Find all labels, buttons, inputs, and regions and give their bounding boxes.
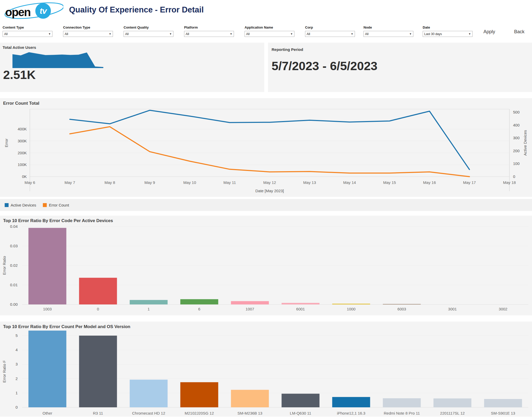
platform-select[interactable]: All▼ xyxy=(184,31,234,37)
right-axis-tick: 200 xyxy=(513,149,520,153)
category-label: R3 11 xyxy=(93,411,103,415)
total-active-users-value: 2.51K xyxy=(3,68,36,82)
filter-label: Node xyxy=(363,25,415,29)
chevron-down-icon: ▼ xyxy=(169,32,172,35)
left-axis-tick: 100K xyxy=(18,162,27,167)
bar-other[interactable] xyxy=(29,331,66,407)
chevron-down-icon: ▼ xyxy=(48,32,51,35)
filter-content-quality: Content Quality All▼ xyxy=(124,25,176,37)
corp-select[interactable]: All▼ xyxy=(305,31,355,37)
category-label: 3002 xyxy=(499,307,507,311)
legend-item-active-devices[interactable]: Active Devices xyxy=(5,203,36,207)
chevron-down-icon: ▼ xyxy=(351,32,353,35)
filter-label: Platform xyxy=(184,25,236,29)
application-name-select[interactable]: All▼ xyxy=(245,31,294,37)
filter-corp: Corp All▼ xyxy=(305,25,357,37)
selected-value: All xyxy=(186,32,189,36)
bar-sm-s901e-13[interactable] xyxy=(484,399,522,407)
bar-sm-m236b-13[interactable] xyxy=(231,390,269,407)
right-axis-tick: 400 xyxy=(513,123,520,127)
logo-tv-circle: tv xyxy=(35,3,51,19)
y-axis-tick: 1 xyxy=(16,391,18,395)
legend-label: Error Count xyxy=(49,203,69,207)
category-label: 6003 xyxy=(398,307,406,311)
y-axis-tick: 3 xyxy=(16,362,18,366)
logo-text-tv: tv xyxy=(40,6,46,16)
sparkline-area xyxy=(12,52,103,68)
left-axis-tick: 0K xyxy=(22,174,27,179)
bar-0[interactable] xyxy=(79,278,117,304)
x-axis-tick: May 15 xyxy=(383,180,396,185)
x-axis-tick: May 10 xyxy=(183,180,196,185)
bar-r3-11[interactable] xyxy=(79,336,117,407)
opentv-logo: open tv xyxy=(4,2,63,20)
left-axis-tick: 300K xyxy=(18,139,27,143)
y-axis-tick: 0.01 xyxy=(10,283,18,287)
filter-label: Connection Type xyxy=(63,25,115,29)
total-active-users-card: Total Active Users 2.51K xyxy=(0,43,264,92)
reporting-period-card: Reporting Period 5/7/2023 - 6/5/2023 xyxy=(268,43,532,92)
bar-6001[interactable] xyxy=(282,303,320,304)
category-label: 6001 xyxy=(296,307,305,311)
content-quality-select[interactable]: All▼ xyxy=(124,31,173,37)
filter-label: Date xyxy=(423,25,475,29)
x-axis-tick: May 12 xyxy=(263,180,276,185)
filter-label: Application Name xyxy=(245,25,297,29)
category-label: 0 xyxy=(97,307,99,311)
category-label: 6 xyxy=(198,307,200,311)
chevron-down-icon: ▼ xyxy=(109,32,111,35)
node-select[interactable]: All▼ xyxy=(363,31,413,37)
y-axis-title: Error Ratio F xyxy=(2,360,6,383)
category-label: LM-Q630 11 xyxy=(290,411,311,415)
x-axis-tick: May 8 xyxy=(104,180,115,185)
chart-legend: Active Devices Error Count xyxy=(0,199,532,211)
bar-6[interactable] xyxy=(180,299,218,304)
right-axis-tick: 300 xyxy=(513,136,520,140)
bar-m2102j20sg-12[interactable] xyxy=(180,382,218,407)
category-label: 1000 xyxy=(347,307,355,311)
bar-1000[interactable] xyxy=(332,304,370,304)
right-axis-tick: 0 xyxy=(513,174,515,179)
date-select[interactable]: Last 30 days▼ xyxy=(423,31,473,37)
series-line-active-devices xyxy=(70,110,469,170)
x-axis-tick: May 6 xyxy=(25,180,35,185)
bar-2201117sl-12[interactable] xyxy=(434,398,472,407)
y-axis-tick: 0.02 xyxy=(10,263,18,268)
y-axis-tick: 0.00 xyxy=(10,302,18,307)
filter-application-name: Application Name All▼ xyxy=(245,25,297,37)
header: open tv Quality Of Experience - Error De… xyxy=(0,0,532,23)
left-axis-title: Error xyxy=(4,138,9,147)
legend-swatch-error-count xyxy=(43,203,47,207)
x-axis-tick: May 17 xyxy=(463,180,476,185)
legend-item-error-count[interactable]: Error Count xyxy=(43,203,69,207)
apply-button[interactable]: Apply xyxy=(483,29,495,35)
category-label: 1007 xyxy=(246,307,254,311)
error-count-total-panel: Error Count Total 0K100K200K300K400K0100… xyxy=(0,98,532,197)
y-axis-tick: 2 xyxy=(16,376,18,381)
connection-type-select[interactable]: All▼ xyxy=(63,31,113,37)
y-axis-tick: 0.03 xyxy=(10,244,18,248)
x-axis-tick: May 11 xyxy=(224,180,236,185)
category-label: 3001 xyxy=(448,307,457,311)
bar-6003[interactable] xyxy=(383,304,421,305)
x-axis-tick: May 7 xyxy=(64,180,75,185)
bar-lm-q630-11[interactable] xyxy=(282,394,320,407)
right-axis-tick: 500 xyxy=(513,110,520,114)
page-title: Quality Of Experience - Error Detail xyxy=(69,5,204,15)
bar-redmi-note-8-pro-11[interactable] xyxy=(383,398,421,407)
chevron-down-icon: ▼ xyxy=(230,32,232,35)
back-button[interactable]: Back xyxy=(514,29,524,35)
filter-label: Content Type xyxy=(3,25,55,29)
bar-1003[interactable] xyxy=(29,228,66,304)
filter-platform: Platform All▼ xyxy=(184,25,236,37)
x-axis-tick: May 14 xyxy=(343,180,356,185)
category-label: iPhone12,1 16.3 xyxy=(337,411,365,415)
x-axis-tick: May 9 xyxy=(144,180,155,185)
bar-1007[interactable] xyxy=(231,301,269,304)
bar-iphone12-1-16-3[interactable] xyxy=(332,397,370,407)
content-type-select[interactable]: All▼ xyxy=(3,31,52,37)
reporting-period-value: 5/7/2023 - 6/5/2023 xyxy=(272,59,378,73)
bar-chromecast-hd-12[interactable] xyxy=(130,380,168,407)
bar-1[interactable] xyxy=(130,300,168,304)
series-line-error-count xyxy=(70,127,469,177)
